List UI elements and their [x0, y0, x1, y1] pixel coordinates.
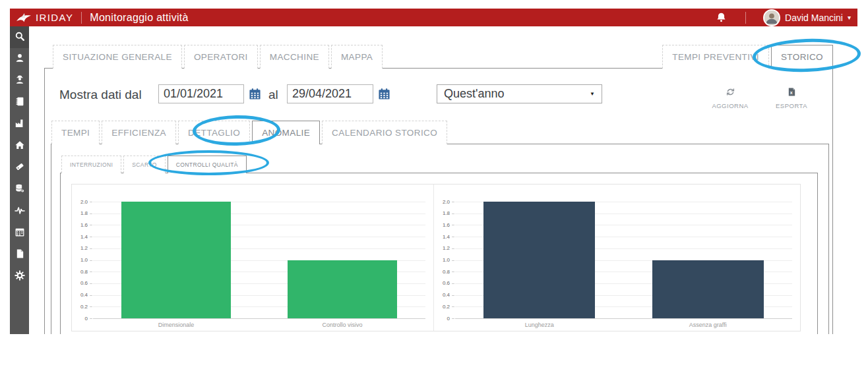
- axis-tick: [90, 318, 92, 319]
- axis-tick-label: 1.8: [434, 210, 450, 216]
- axis-tick-label: 0.8: [72, 269, 88, 275]
- topbar-right: David Mancini ▾: [716, 9, 857, 26]
- axis-tick-label: 2.0: [72, 199, 88, 205]
- page-title: Monitoraggio attività: [90, 12, 189, 24]
- axis-tick: [90, 202, 92, 202]
- axis-tick-label: 1.4: [434, 234, 450, 240]
- document-icon: [15, 248, 25, 262]
- export-button-label: ESPORTA: [776, 102, 807, 109]
- axis-tick: [452, 202, 454, 202]
- logbook-icon: [15, 96, 25, 109]
- axis-tick-label: 0.4: [72, 292, 88, 298]
- axis-tick-label: 0: [72, 316, 88, 322]
- axis-tick: [90, 260, 92, 261]
- tab-operatori[interactable]: OPERATORI: [184, 45, 258, 69]
- axis-tick: [452, 214, 454, 214]
- brand-name: IRIDAY: [36, 12, 73, 23]
- topbar-divider: [81, 12, 82, 24]
- category-label: Controllo visivo: [259, 322, 425, 328]
- date-range-label: Mostra dati dal: [59, 88, 142, 102]
- tab-calendario-storico[interactable]: CALENDARIO STORICO: [322, 121, 447, 144]
- sidebar-item-database[interactable]: [10, 179, 29, 200]
- iriday-logo-icon: [16, 12, 32, 24]
- quality-checks-chart-right: 00.20.40.60.81.01.21.41.61.82.0Lunghezza…: [433, 185, 800, 331]
- calendar-icon[interactable]: [378, 88, 390, 100]
- tab-situazione-generale[interactable]: SITUAZIONE GENERALE: [53, 45, 182, 69]
- gridline: [455, 318, 792, 319]
- sidebar-item-home[interactable]: [10, 135, 29, 157]
- calendar-icon: [15, 227, 25, 240]
- sidebar-item-logbook[interactable]: [10, 92, 29, 113]
- sidebar-item-factory[interactable]: [10, 113, 29, 135]
- chevron-down-icon[interactable]: ▾: [848, 14, 851, 21]
- axis-tick: [452, 260, 454, 261]
- user-menu[interactable]: David Mancini: [785, 13, 843, 23]
- home-icon: [15, 140, 25, 153]
- tab-tempi-preventivi[interactable]: TEMPI PREVENTIVI: [662, 45, 769, 69]
- axis-tick: [90, 237, 92, 237]
- database-icon: [15, 183, 25, 196]
- refresh-button-label: AGGIORNA: [712, 102, 748, 109]
- axis-tick-label: 0.2: [72, 304, 88, 310]
- axis-tick-label: 0: [434, 316, 450, 322]
- tab-interruzioni[interactable]: INTERRUZIONI: [61, 156, 121, 173]
- gridline: [93, 318, 425, 319]
- sidebar-item-document[interactable]: [10, 244, 29, 266]
- operator-icon: [15, 74, 25, 88]
- sidebar-item-calendar[interactable]: [10, 222, 29, 244]
- tab-efficienza[interactable]: EFFICIENZA: [102, 121, 176, 144]
- tab-scarto[interactable]: SCARTO: [123, 156, 166, 173]
- axis-tick: [90, 225, 92, 225]
- primary-tabs-left: SITUAZIONE GENERALEOPERATORIMACCHINEMAPP…: [53, 45, 383, 69]
- axis-tick: [452, 271, 454, 272]
- axis-tick-label: 0.6: [72, 280, 88, 286]
- sidebar-item-search[interactable]: [10, 26, 29, 48]
- axis-tick-label: 0.2: [434, 304, 450, 310]
- axis-tick: [452, 237, 454, 237]
- axis-tick: [452, 295, 454, 296]
- sidebar-item-tag[interactable]: [10, 157, 29, 179]
- axis-tick-label: 1.2: [72, 245, 88, 251]
- primary-tabs-right: TEMPI PREVENTIVISTORICO: [662, 45, 833, 69]
- export-button[interactable]: x ESPORTA: [768, 87, 815, 109]
- search-icon: [15, 31, 25, 44]
- axis-tick: [90, 214, 92, 214]
- axis-tick: [90, 283, 92, 284]
- axis-tick: [90, 271, 92, 272]
- axis-tick: [452, 225, 454, 225]
- factory-icon: [15, 118, 25, 131]
- user-icon: [15, 53, 25, 66]
- svg-text:x: x: [790, 90, 792, 95]
- bar-assenza-graffi: [652, 260, 764, 319]
- tab-storico[interactable]: STORICO: [771, 45, 833, 69]
- calendar-icon[interactable]: [249, 88, 261, 100]
- tab-controlli-qualità[interactable]: CONTROLLI QUALITÀ: [168, 156, 247, 173]
- bar-lunghezza: [483, 202, 595, 318]
- tab-anomalie[interactable]: ANOMALIE: [252, 121, 320, 144]
- refresh-button[interactable]: AGGIORNA: [707, 87, 753, 109]
- bar-dimensionale: [121, 202, 231, 318]
- tab-dettaglio[interactable]: DETTAGLIO: [178, 121, 250, 144]
- sidebar-item-activity[interactable]: [10, 200, 29, 222]
- tertiary-tabs: INTERRUZIONISCARTOCONTROLLI QUALITÀ: [61, 156, 247, 173]
- axis-tick-label: 0.8: [434, 269, 450, 275]
- date-from-input[interactable]: [158, 84, 244, 103]
- tab-tempi[interactable]: TEMPI: [51, 121, 100, 144]
- axis-tick: [452, 283, 454, 284]
- category-label: Lunghezza: [455, 322, 624, 328]
- period-select[interactable]: Quest'anno ▼: [437, 84, 602, 103]
- charts-container: 00.20.40.60.81.01.21.41.61.82.0Dimension…: [71, 184, 801, 331]
- bar-controllo-visivo: [288, 260, 397, 319]
- user-avatar[interactable]: [763, 9, 780, 26]
- sidebar-item-user[interactable]: [10, 48, 29, 70]
- bell-icon[interactable]: [716, 12, 727, 23]
- date-to-input[interactable]: [287, 84, 373, 103]
- sidebar-item-operator[interactable]: [10, 70, 29, 92]
- tab-macchine[interactable]: MACCHINE: [260, 45, 329, 69]
- tab-mappa[interactable]: MAPPA: [331, 45, 383, 69]
- axis-tick-label: 1.0: [434, 257, 450, 263]
- topbar-divider: [745, 12, 746, 24]
- sidebar-item-settings[interactable]: [10, 266, 29, 287]
- category-label: Dimensionale: [93, 322, 259, 328]
- axis-tick: [90, 248, 92, 249]
